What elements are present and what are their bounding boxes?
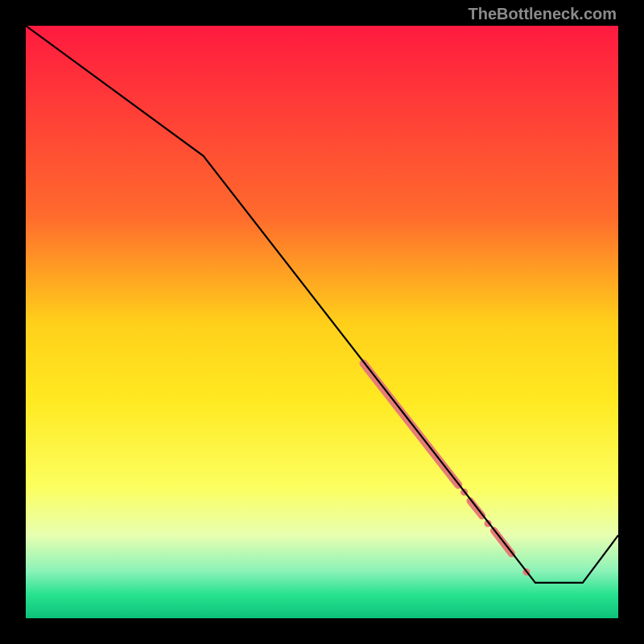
chart-frame: { "watermark": "TheBottleneck.com", "cha… bbox=[0, 0, 644, 644]
chart-svg bbox=[26, 26, 618, 618]
chart-plot-area bbox=[26, 26, 618, 618]
watermark-text: TheBottleneck.com bbox=[469, 5, 617, 23]
chart-background bbox=[26, 26, 618, 618]
